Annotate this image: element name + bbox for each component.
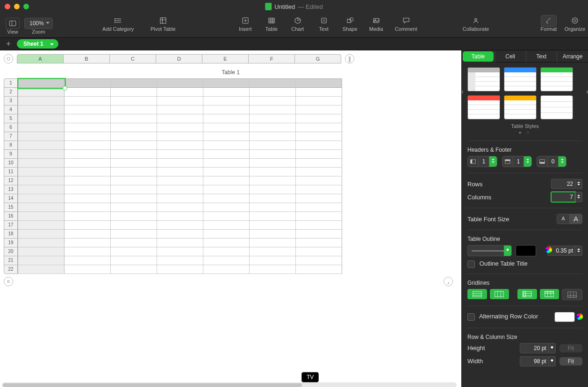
cell-B1[interactable]	[65, 78, 111, 88]
cell-F7[interactable]	[250, 132, 296, 141]
row-height-field[interactable]	[520, 343, 556, 353]
table-style-orange[interactable]	[504, 95, 537, 120]
cell-A22[interactable]	[18, 265, 65, 274]
cell-F10[interactable]	[250, 159, 296, 168]
cell-D21[interactable]	[157, 256, 203, 265]
cell-G17[interactable]	[296, 221, 342, 230]
cell-F21[interactable]	[250, 256, 296, 265]
cell-B21[interactable]	[65, 256, 111, 265]
cell-E14[interactable]	[203, 194, 250, 203]
cell-C14[interactable]	[111, 194, 157, 203]
cell-D17[interactable]	[157, 221, 203, 230]
cell-D4[interactable]	[157, 106, 203, 114]
add-row-handle[interactable]: =	[4, 277, 13, 286]
cell-F14[interactable]	[250, 194, 296, 203]
comment-button[interactable]: Comment	[389, 15, 423, 32]
cell-D7[interactable]	[157, 132, 203, 141]
cell-B8[interactable]	[65, 141, 111, 150]
cell-C15[interactable]	[111, 203, 157, 212]
cell-F16[interactable]	[250, 212, 296, 221]
row-header-2[interactable]: 2	[4, 87, 18, 96]
cell-G16[interactable]	[296, 212, 342, 221]
cell-D22[interactable]	[157, 265, 203, 274]
text-button[interactable]: A Text	[311, 15, 337, 32]
cell-A21[interactable]	[18, 256, 65, 265]
cell-B14[interactable]	[65, 194, 111, 203]
row-header-22[interactable]: 22	[4, 265, 18, 274]
col-width-field[interactable]	[520, 356, 556, 366]
cell-E16[interactable]	[203, 212, 250, 221]
rows-field[interactable]	[551, 179, 582, 189]
cell-G3[interactable]	[296, 97, 342, 106]
cell-F1[interactable]	[250, 78, 296, 88]
cell-D3[interactable]	[157, 97, 203, 106]
gridlines-footer-row[interactable]	[562, 289, 582, 300]
cell-A2[interactable]	[18, 88, 65, 97]
cell-G5[interactable]	[296, 114, 342, 123]
cell-C19[interactable]	[111, 239, 157, 247]
cell-E15[interactable]	[203, 203, 250, 212]
window-zoom-button[interactable]	[23, 4, 29, 9]
cell-G18[interactable]	[296, 230, 342, 239]
cell-D9[interactable]	[157, 150, 203, 159]
cell-A8[interactable]	[18, 141, 65, 150]
cell-B16[interactable]	[65, 212, 111, 221]
cell-E6[interactable]	[203, 123, 250, 132]
cell-G22[interactable]	[296, 265, 342, 274]
row-header-16[interactable]: 16	[4, 211, 18, 220]
table-style-plain[interactable]	[540, 95, 573, 120]
cell-G2[interactable]	[296, 88, 342, 97]
cell-G14[interactable]	[296, 194, 342, 203]
cell-D20[interactable]	[157, 247, 203, 256]
cell-D15[interactable]	[157, 203, 203, 212]
cell-D13[interactable]	[157, 185, 203, 194]
selection-drag-handle[interactable]	[63, 86, 67, 91]
cell-B6[interactable]	[65, 123, 111, 132]
cell-D6[interactable]	[157, 123, 203, 132]
cell-E1[interactable]	[203, 78, 250, 88]
resize-table-handle[interactable]: ⌟	[444, 277, 453, 286]
cell-B20[interactable]	[65, 247, 111, 256]
cell-C4[interactable]	[111, 106, 157, 114]
cell-A4[interactable]	[18, 106, 65, 114]
cell-F22[interactable]	[250, 265, 296, 274]
cell-D19[interactable]	[157, 239, 203, 247]
cell-B3[interactable]	[65, 97, 111, 106]
cell-G9[interactable]	[296, 150, 342, 159]
horizontal-scrollbar-track[interactable]	[2, 382, 457, 387]
row-header-6[interactable]: 6	[4, 123, 18, 132]
cell-E19[interactable]	[203, 239, 250, 247]
alt-row-color-picker[interactable]	[576, 313, 583, 320]
row-header-15[interactable]: 15	[4, 203, 18, 211]
header-rows-control[interactable]: 1	[502, 156, 532, 167]
cell-D11[interactable]	[157, 168, 203, 176]
cell-E10[interactable]	[203, 159, 250, 168]
cell-F8[interactable]	[250, 141, 296, 150]
cell-D18[interactable]	[157, 230, 203, 239]
cell-F19[interactable]	[250, 239, 296, 247]
cell-B15[interactable]	[65, 203, 111, 212]
cell-G15[interactable]	[296, 203, 342, 212]
outline-color-picker[interactable]	[545, 246, 552, 253]
cell-F9[interactable]	[250, 150, 296, 159]
table-style-gray[interactable]	[467, 67, 500, 91]
cell-A19[interactable]	[18, 239, 65, 247]
cell-A3[interactable]	[18, 97, 65, 106]
view-button[interactable]	[6, 18, 20, 29]
shape-button[interactable]: Shape	[337, 15, 363, 32]
cell-G6[interactable]	[296, 123, 342, 132]
cell-A5[interactable]	[18, 114, 65, 123]
row-header-5[interactable]: 5	[4, 114, 18, 123]
inspector-tab-cell[interactable]: Cell	[495, 50, 526, 63]
cell-D14[interactable]	[157, 194, 203, 203]
row-header-1[interactable]: 1	[4, 78, 18, 87]
cell-F17[interactable]	[250, 221, 296, 230]
columns-field[interactable]	[551, 192, 582, 202]
cell-G8[interactable]	[296, 141, 342, 150]
cell-B13[interactable]	[65, 185, 111, 194]
column-header-B[interactable]: B	[64, 54, 110, 63]
cell-E13[interactable]	[203, 185, 250, 194]
row-header-7[interactable]: 7	[4, 132, 18, 141]
cell-D16[interactable]	[157, 212, 203, 221]
window-close-button[interactable]	[5, 4, 10, 9]
